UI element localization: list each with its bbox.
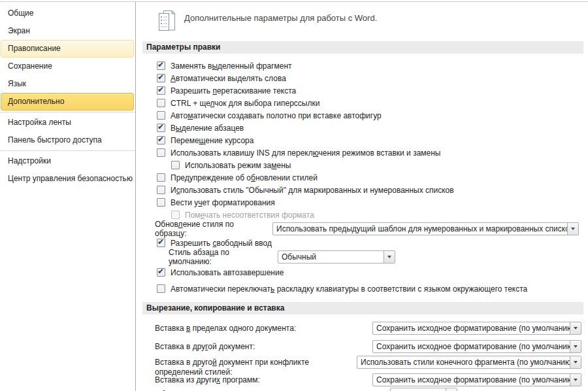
checkbox[interactable]: [157, 284, 165, 293]
checkbox[interactable]: [157, 198, 165, 207]
checkbox-row: Вести учет форматирования: [157, 196, 583, 209]
checkbox-row: Использовать режим замены: [171, 159, 583, 171]
checkbox-label: Выделение абзацев: [171, 124, 244, 133]
dropdown-value: Обычный: [278, 251, 384, 263]
checkbox[interactable]: [157, 148, 165, 157]
options-panel: Дополнительные параметры для работы с Wo…: [136, 2, 588, 391]
checkbox[interactable]: [157, 86, 165, 95]
checkbox[interactable]: [157, 186, 165, 194]
paste-label: Вставка в другой документ:: [155, 339, 255, 352]
chevron-down-icon: [574, 361, 578, 364]
checkbox[interactable]: [157, 61, 165, 70]
dropdown-arrow-button[interactable]: [570, 356, 581, 368]
paste-label: Вставка из других программ:: [155, 373, 260, 385]
paste-label: Обтекание рисунков:: [155, 387, 232, 391]
dialog-top-border: [0, 1, 588, 2]
dropdown-default-style[interactable]: Обычный: [278, 250, 395, 264]
dropdown-arrow-button[interactable]: [570, 341, 581, 352]
sidebar-separator: [0, 112, 135, 112]
checkbox[interactable]: [157, 136, 165, 144]
checkbox-row: Предупреждение об обновлении стилей: [157, 171, 583, 184]
sidebar-item-display[interactable]: Экран: [1, 22, 134, 40]
checkbox[interactable]: [157, 74, 165, 82]
checkbox-label: Перемещение курсора: [171, 136, 253, 145]
combo-label: Обновление стиля по образцу:: [155, 220, 267, 238]
paste-row-paste-same: Вставка в пределах одного документа:Сохр…: [155, 321, 583, 339]
checkbox[interactable]: [157, 173, 165, 182]
checkbox-row: Автоматически переключать раскладку клав…: [157, 282, 583, 295]
sidebar: ОбщиеЭкранПравописаниеСохранениеЯзыкДопо…: [0, 2, 136, 391]
checkbox[interactable]: [157, 124, 165, 132]
dropdown-paste-other[interactable]: Сохранить исходное форматирование (по ум…: [372, 340, 581, 353]
dropdown-paste-programs[interactable]: Сохранить исходное форматирование (по ум…: [372, 373, 581, 386]
dropdown-style-update[interactable]: Использовать предыдущий шаблон для нумер…: [272, 222, 579, 235]
chevron-down-icon: [571, 228, 575, 230]
combo-row-default-style: Стиль абзаца по умолчанию:Обычный: [169, 249, 583, 265]
checkbox-label: Использовать режим замены: [185, 161, 291, 170]
paste-row-paste-other: Вставка в другой документ:Сохранить исхо…: [155, 339, 583, 355]
checkbox-label: Разрешить перетаскивание текста: [171, 86, 296, 95]
checkbox-label: Автоматически создавать полотно при вста…: [171, 111, 382, 120]
dropdown-picture-wrap[interactable]: в тексте: [390, 388, 457, 391]
checkbox-label: CTRL + щелчок для выбора гиперссылки: [171, 99, 319, 108]
chevron-down-icon: [574, 327, 578, 330]
dropdown-arrow-button[interactable]: [446, 388, 457, 391]
checkbox-row: Выделение абзацев: [157, 122, 583, 134]
checkbox-label: Использовать стиль "Обычный" для маркиро…: [171, 186, 454, 195]
dropdown-arrow-button[interactable]: [384, 251, 395, 263]
dropdown-paste-same[interactable]: Сохранить исходное форматирование (по ум…: [372, 322, 581, 335]
chevron-down-icon: [574, 345, 578, 348]
checkbox-label: Автоматически выделять слова: [171, 74, 286, 83]
paste-row-picture-wrap: Обтекание рисунков:в тексте: [155, 387, 583, 391]
advanced-options-icon: [157, 9, 176, 35]
section-rows: Заменять выделенный фрагментАвтоматическ…: [142, 60, 583, 295]
word-options-dialog: ОбщиеЭкранПравописаниеСохранениеЯзыкДопо…: [0, 0, 588, 391]
dropdown-paste-conflict[interactable]: Использовать стили конечного фрагмента (…: [357, 356, 581, 369]
dropdown-value: в тексте: [391, 388, 446, 391]
checkbox-label: Вести учет форматирования: [171, 198, 275, 207]
sidebar-item-customize-ribbon[interactable]: Настройка ленты: [1, 114, 134, 131]
dropdown-value: Сохранить исходное форматирование (по ум…: [373, 374, 570, 386]
sidebar-item-add-ins[interactable]: Надстройки: [1, 152, 134, 170]
checkbox[interactable]: [157, 268, 165, 277]
checkbox-label: Заменять выделенный фрагмент: [171, 61, 292, 71]
page-header: Дополнительные параметры для работы с Wo…: [142, 2, 583, 39]
checkbox-label: Использовать клавишу INS для переключени…: [171, 148, 441, 158]
checkbox-label: Использовать автозавершение: [171, 268, 284, 277]
checkbox-row: Использовать стиль "Обычный" для маркиро…: [157, 184, 583, 196]
checkbox-label: Помечать несоответствия формата: [185, 211, 314, 220]
checkbox[interactable]: [157, 99, 165, 107]
checkbox-row: Разрешить перетаскивание текста: [157, 84, 583, 97]
checkbox-row: CTRL + щелчок для выбора гиперссылки: [157, 97, 583, 109]
checkbox-label: Предупреждение об обновлении стилей: [171, 173, 318, 182]
section-rows: Вставка в пределах одного документа:Сохр…: [142, 321, 583, 391]
checkbox: [171, 211, 180, 219]
dropdown-value: Использовать предыдущий шаблон для нумер…: [273, 223, 567, 235]
checkbox[interactable]: [171, 161, 180, 169]
sidebar-item-proofing[interactable]: Правописание: [1, 40, 134, 58]
page-title: Дополнительные параметры для работы с Wo…: [184, 13, 377, 23]
sidebar-separator: [0, 150, 135, 151]
dropdown-arrow-button[interactable]: [567, 223, 578, 235]
sidebar-item-save[interactable]: Сохранение: [1, 58, 134, 75]
sidebar-item-quick-access-toolbar[interactable]: Панель быстрого доступа: [1, 131, 134, 149]
chevron-down-icon: [574, 379, 578, 381]
sidebar-item-advanced[interactable]: Дополнительно: [1, 93, 134, 110]
checkbox[interactable]: [157, 239, 165, 247]
sidebar-item-general[interactable]: Общие: [1, 5, 134, 22]
checkbox-row: Использовать автозавершение: [157, 266, 583, 279]
dropdown-arrow-button[interactable]: [570, 322, 581, 334]
sidebar-item-trust-center[interactable]: Центр управления безопасностью: [1, 170, 134, 188]
checkbox-row: Заменять выделенный фрагмент: [157, 60, 583, 72]
section-header: Параметры правки: [142, 41, 583, 54]
sidebar-item-language[interactable]: Язык: [1, 75, 134, 93]
checkbox[interactable]: [157, 111, 165, 120]
dropdown-arrow-button[interactable]: [570, 374, 581, 386]
combo-row-style-update: Обновление стиля по образцу:Использовать…: [155, 221, 583, 237]
dropdown-value: Сохранить исходное форматирование (по ум…: [373, 322, 570, 334]
section-header: Вырезание, копирование и вставка: [142, 302, 583, 314]
paste-label: Вставка в пределах одного документа:: [155, 321, 296, 333]
checkbox-label: Автоматически переключать раскладку клав…: [171, 284, 527, 294]
dropdown-value: Сохранить исходное форматирование (по ум…: [373, 341, 570, 352]
combo-label: Стиль абзаца по умолчанию:: [169, 248, 272, 266]
